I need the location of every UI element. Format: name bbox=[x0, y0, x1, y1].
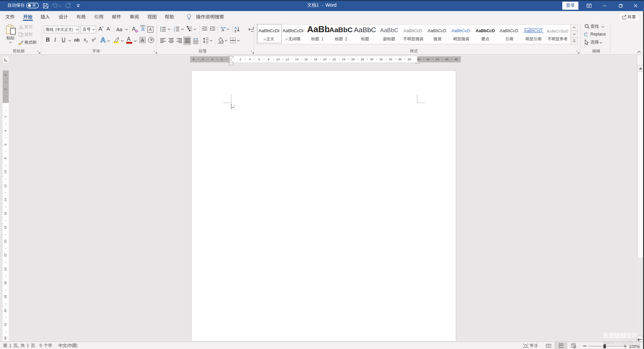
svg-text:3: 3 bbox=[174, 30, 175, 32]
svg-text:A: A bbox=[234, 26, 237, 30]
svg-text:Z: Z bbox=[234, 30, 236, 33]
svg-text:c: c bbox=[586, 34, 588, 37]
svg-text:A: A bbox=[222, 28, 224, 32]
